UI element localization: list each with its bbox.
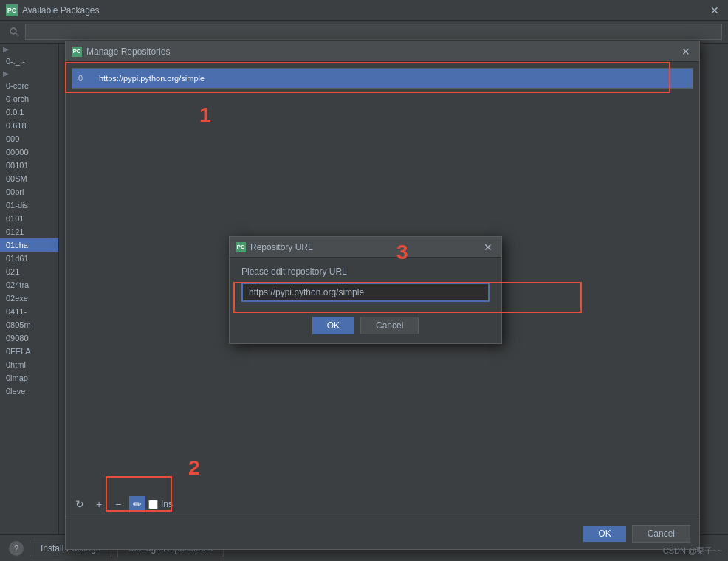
install-checkbox-area: Ins	[148, 499, 173, 509]
manage-repos-cancel-button[interactable]: Cancel	[632, 525, 690, 543]
sidebar-item-19[interactable]: 0805m	[0, 318, 58, 331]
sidebar-item-2[interactable]: 0-orch	[0, 92, 58, 106]
sidebar-item-22[interactable]: 0html	[0, 358, 58, 371]
repo-url-input[interactable]	[241, 283, 490, 302]
manage-repos-title: Manage Repositories	[86, 47, 170, 57]
sidebar-item-20[interactable]: 09080	[0, 331, 58, 345]
svg-point-0	[10, 28, 16, 34]
repo-url-close-button[interactable]: ✕	[481, 240, 495, 255]
manage-repos-titlebar: PC Manage Repositories ✕	[66, 41, 699, 62]
search-icon[interactable]	[6, 24, 22, 40]
install-checkbox[interactable]	[148, 500, 158, 509]
repo-url-ok-button[interactable]: OK	[312, 317, 354, 334]
svg-line-1	[16, 33, 18, 36]
sidebar-item-3[interactable]: 0.0.1	[0, 106, 58, 119]
repo-row-0[interactable]: 0 https://pypi.python.org/simple	[72, 69, 693, 88]
sidebar-item-17[interactable]: 02exe	[0, 292, 58, 305]
sidebar-item-1[interactable]: 0-core	[0, 79, 58, 92]
repo-url-buttons: OK Cancel	[230, 311, 501, 343]
sidebar-item-24[interactable]: 0leve	[0, 385, 58, 398]
manage-repos-close-button[interactable]: ✕	[679, 44, 693, 59]
sidebar-item-11[interactable]: 0101	[0, 212, 58, 225]
install-checkbox-label: Ins	[161, 499, 173, 509]
expand-icon-2[interactable]: ▶	[0, 68, 58, 79]
manage-repos-dialog-bottom: OK Cancel	[66, 517, 699, 549]
repo-url-cancel-button[interactable]: Cancel	[360, 317, 419, 334]
sidebar-item-13[interactable]: 01cha	[0, 238, 58, 252]
sidebar-item-8[interactable]: 00SM	[0, 172, 58, 185]
sidebar-item-23[interactable]: 0imap	[0, 371, 58, 385]
available-packages-close-button[interactable]: ✕	[707, 3, 722, 18]
sidebar-item-21[interactable]: 0FELA	[0, 345, 58, 358]
search-input[interactable]	[25, 24, 722, 40]
repo-action-toolbar: ↻ + − ✏ Ins	[66, 492, 699, 517]
available-packages-titlebar: PC Available Packages ✕	[0, 0, 728, 21]
sidebar-item-6[interactable]: 00000	[0, 145, 58, 159]
edit-repo-button[interactable]: ✏	[129, 496, 145, 512]
available-packages-icon: PC	[6, 4, 18, 16]
sidebar-item-5[interactable]: 000	[0, 132, 58, 145]
sidebar-item-10[interactable]: 01-dis	[0, 199, 58, 212]
repository-url-dialog: PC Repository URL ✕ Please edit reposito…	[229, 236, 502, 344]
sidebar-item-7[interactable]: 00101	[0, 159, 58, 172]
package-list-sidebar: ▶ 0-._.- ▶ 0-core 0-orch 0.0.1 0.618 000…	[0, 44, 59, 534]
sidebar-item-18[interactable]: 0411-	[0, 305, 58, 318]
refresh-repos-button[interactable]: ↻	[72, 496, 88, 512]
manage-repos-icon: PC	[72, 47, 82, 57]
available-packages-title: Available Packages	[22, 5, 100, 16]
watermark: CSDN @栗子~~	[663, 545, 722, 557]
add-repo-button[interactable]: +	[91, 496, 107, 512]
repo-index-0: 0	[78, 74, 90, 83]
help-button[interactable]: ?	[9, 541, 24, 556]
repository-list: 0 https://pypi.python.org/simple	[72, 68, 693, 89]
sidebar-item-16[interactable]: 024tra	[0, 278, 58, 292]
remove-repo-button[interactable]: −	[110, 496, 126, 512]
repo-url-content: Please edit repository URL	[230, 258, 501, 311]
repo-url-0: https://pypi.python.org/simple	[99, 74, 205, 83]
expand-icon[interactable]: ▶	[0, 44, 58, 55]
sidebar-item-9[interactable]: 00pri	[0, 185, 58, 199]
repo-url-icon: PC	[236, 242, 246, 252]
sidebar-item-4[interactable]: 0.618	[0, 119, 58, 132]
sidebar-item-15[interactable]: 021	[0, 265, 58, 278]
sidebar-item-14[interactable]: 01d61	[0, 252, 58, 265]
sidebar-item-12[interactable]: 0121	[0, 225, 58, 238]
repo-url-title: Repository URL	[250, 242, 313, 252]
repo-url-titlebar: PC Repository URL ✕	[230, 237, 501, 258]
sidebar-item-0[interactable]: 0-._.-	[0, 55, 58, 68]
repo-url-prompt-label: Please edit repository URL	[241, 266, 490, 277]
manage-repos-ok-button[interactable]: OK	[583, 526, 625, 542]
